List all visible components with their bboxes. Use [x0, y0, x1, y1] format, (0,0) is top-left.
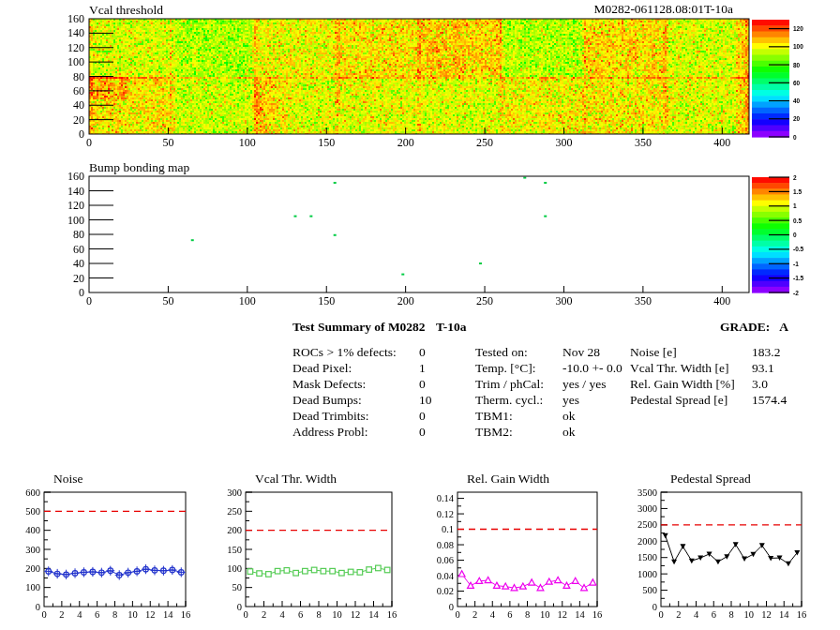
- svg-text:400: 400: [25, 525, 40, 535]
- svg-text:6: 6: [712, 609, 716, 620]
- svg-text:0: 0: [86, 136, 92, 149]
- svg-text:300: 300: [555, 136, 572, 149]
- svg-text:100: 100: [68, 214, 84, 227]
- summary-value: 0: [419, 378, 426, 391]
- noise-plot-title: Noise: [53, 472, 83, 486]
- heatmap1-title: Vcal threshold: [89, 4, 163, 17]
- svg-text:2000: 2000: [638, 536, 657, 547]
- module-id-title: M0282-061128.08:01T-10a: [452, 3, 733, 16]
- summary-label: Vcal Thr. Width [e]: [630, 362, 728, 375]
- svg-text:16: 16: [387, 609, 398, 620]
- svg-text:2: 2: [793, 174, 797, 181]
- svg-text:2: 2: [472, 609, 477, 620]
- svg-text:300: 300: [25, 545, 40, 555]
- svg-text:250: 250: [476, 136, 493, 149]
- svg-text:-2: -2: [793, 290, 799, 296]
- svg-text:10: 10: [332, 609, 342, 620]
- svg-text:0: 0: [793, 134, 797, 141]
- svg-text:-1.5: -1.5: [793, 275, 804, 281]
- summary-value: Nov 28: [562, 346, 600, 359]
- svg-text:1: 1: [793, 202, 797, 209]
- svg-text:160: 160: [68, 12, 84, 25]
- svg-text:400: 400: [713, 294, 730, 308]
- svg-text:350: 350: [635, 294, 652, 308]
- svg-text:50: 50: [232, 582, 243, 592]
- svg-text:200: 200: [25, 563, 40, 574]
- svg-text:4: 4: [77, 609, 82, 620]
- svg-text:400: 400: [713, 136, 730, 149]
- grade-value: A: [779, 320, 788, 334]
- summary-label: ROCs > 1% defects:: [292, 346, 397, 359]
- svg-text:0: 0: [243, 609, 248, 620]
- svg-text:6: 6: [507, 609, 512, 620]
- svg-text:8: 8: [316, 609, 321, 620]
- bump-bonding-map: [89, 176, 749, 292]
- summary-value: 0: [419, 410, 426, 423]
- summary-value: -10.0 +- 0.0: [562, 362, 622, 375]
- summary-value: 183.2: [752, 346, 780, 359]
- svg-text:100: 100: [793, 43, 803, 50]
- svg-text:60: 60: [73, 243, 84, 256]
- svg-text:0.12: 0.12: [437, 509, 454, 519]
- summary-value: ok: [562, 426, 576, 439]
- summary-label: Rel. Gain Width [%]: [630, 378, 735, 391]
- summary-label: Dead Trimbits:: [292, 410, 368, 423]
- svg-text:1.5: 1.5: [793, 188, 802, 195]
- summary-value: 10: [419, 394, 432, 407]
- svg-text:60: 60: [73, 84, 84, 98]
- summary-module-type: T-10a: [436, 321, 467, 334]
- svg-text:100: 100: [68, 55, 84, 68]
- svg-text:80: 80: [73, 70, 84, 83]
- svg-text:300: 300: [227, 488, 242, 498]
- gain-width-plot-title: Rel. Gain Width: [467, 472, 549, 486]
- svg-text:0: 0: [79, 286, 84, 299]
- svg-text:0.06: 0.06: [437, 555, 454, 565]
- svg-text:120: 120: [68, 41, 84, 54]
- svg-text:14: 14: [575, 609, 585, 620]
- grade-line: GRADE:A: [720, 321, 788, 334]
- svg-text:0: 0: [658, 609, 663, 620]
- svg-text:2: 2: [59, 609, 64, 620]
- svg-text:40: 40: [73, 257, 84, 270]
- svg-text:0: 0: [449, 602, 454, 612]
- summary-value: 3.0: [752, 378, 768, 391]
- svg-text:100: 100: [25, 582, 40, 592]
- svg-text:200: 200: [398, 136, 414, 149]
- svg-text:12: 12: [351, 609, 361, 620]
- svg-text:50: 50: [162, 294, 173, 308]
- svg-text:120: 120: [793, 25, 803, 32]
- pedestal-plot-title: Pedestal Spread: [670, 472, 751, 486]
- summary-title: Test Summary of M0282: [292, 321, 426, 334]
- svg-text:80: 80: [793, 62, 801, 68]
- svg-text:0: 0: [455, 609, 459, 620]
- svg-text:2500: 2500: [638, 519, 657, 530]
- svg-text:150: 150: [318, 136, 335, 149]
- svg-text:500: 500: [642, 585, 657, 595]
- svg-text:2: 2: [676, 609, 681, 620]
- svg-text:0: 0: [41, 609, 46, 620]
- svg-text:350: 350: [635, 136, 652, 149]
- svg-text:0.5: 0.5: [793, 218, 802, 224]
- svg-text:14: 14: [368, 609, 379, 620]
- svg-text:16: 16: [797, 609, 807, 620]
- svg-text:16: 16: [181, 609, 191, 620]
- svg-text:40: 40: [793, 98, 801, 104]
- summary-label: Tested on:: [475, 346, 528, 359]
- svg-text:12: 12: [558, 609, 568, 620]
- svg-text:120: 120: [68, 199, 84, 212]
- svg-text:100: 100: [227, 563, 242, 574]
- summary-value: yes: [562, 394, 579, 407]
- svg-text:8: 8: [525, 609, 530, 620]
- summary-label: Dead Pixel:: [292, 362, 352, 375]
- svg-text:0: 0: [36, 602, 40, 612]
- svg-text:100: 100: [239, 294, 256, 308]
- svg-text:140: 140: [68, 26, 84, 39]
- summary-value: 0: [419, 426, 426, 439]
- svg-text:50: 50: [162, 136, 173, 149]
- svg-text:1000: 1000: [638, 569, 657, 579]
- svg-text:0: 0: [652, 602, 657, 612]
- svg-text:-0.5: -0.5: [793, 246, 804, 252]
- svg-text:10: 10: [744, 609, 755, 620]
- svg-text:10: 10: [128, 609, 138, 620]
- svg-text:500: 500: [25, 506, 40, 517]
